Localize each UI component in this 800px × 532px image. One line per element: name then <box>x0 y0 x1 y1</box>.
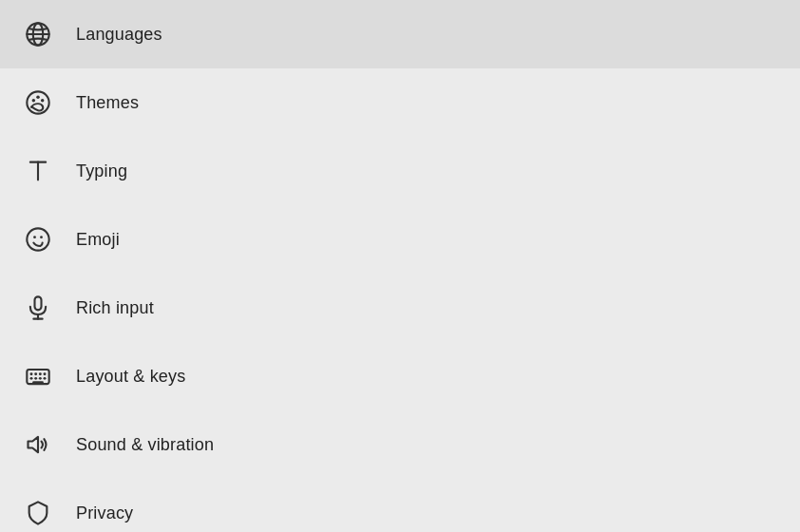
typing-icon <box>15 148 61 194</box>
menu-label-privacy: Privacy <box>76 504 133 523</box>
svg-point-11 <box>40 236 43 238</box>
menu-item-rich-input[interactable]: Rich input <box>0 274 800 342</box>
menu-label-rich-input: Rich input <box>76 298 154 318</box>
sound-icon <box>15 422 61 467</box>
svg-point-9 <box>27 228 48 250</box>
svg-point-4 <box>32 99 36 103</box>
menu-label-themes: Themes <box>76 93 139 113</box>
menu-item-emoji[interactable]: Emoji <box>0 205 800 274</box>
svg-marker-25 <box>29 437 39 452</box>
emoji-icon <box>15 217 61 262</box>
menu-label-typing: Typing <box>76 162 127 181</box>
menu-item-layout-keys[interactable]: Layout & keys <box>0 342 800 410</box>
svg-point-6 <box>41 99 45 103</box>
menu-item-sound-vibration[interactable]: Sound & vibration <box>0 410 800 479</box>
svg-point-10 <box>33 236 36 238</box>
menu-item-typing[interactable]: Typing <box>0 137 800 205</box>
svg-point-5 <box>36 95 40 99</box>
menu-label-emoji: Emoji <box>76 230 120 250</box>
menu-label-languages: Languages <box>76 25 162 45</box>
globe-icon <box>15 11 61 57</box>
settings-menu: Languages Themes Typing <box>0 0 800 532</box>
menu-label-sound-vibration: Sound & vibration <box>76 435 214 455</box>
menu-label-layout-keys: Layout & keys <box>76 367 185 387</box>
themes-icon <box>15 80 61 125</box>
keyboard-icon <box>15 353 61 399</box>
menu-item-themes[interactable]: Themes <box>0 68 800 137</box>
svg-rect-12 <box>35 296 42 310</box>
mic-icon <box>15 285 61 331</box>
privacy-icon <box>15 490 61 532</box>
menu-item-privacy[interactable]: Privacy <box>0 479 800 532</box>
menu-item-languages[interactable]: Languages <box>0 0 800 68</box>
